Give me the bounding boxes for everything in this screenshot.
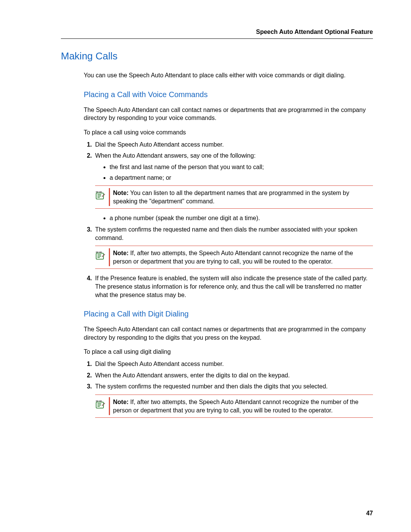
- heading-making-calls: Making Calls: [61, 50, 373, 62]
- digit-step-3-text: The system confirms the requested number…: [95, 383, 328, 390]
- note-box-department: Note: You can listen to all the departme…: [95, 185, 373, 209]
- note-icon: [95, 399, 106, 409]
- note-department-text: Note: You can listen to all the departme…: [113, 188, 373, 206]
- voice-step-2-bullet-1: the first and last name of the person th…: [110, 163, 373, 171]
- digit-task-intro: To place a call using digit dialing: [84, 348, 373, 355]
- note-operator-digit-text: Note: If, after two attempts, the Speech…: [113, 397, 373, 415]
- voice-step-2: When the Auto Attendant answers, say one…: [94, 152, 373, 222]
- digit-paragraph: The Speech Auto Attendant can call conta…: [84, 325, 373, 342]
- note-box-operator-digit: Note: If, after two attempts, the Speech…: [95, 395, 373, 418]
- digit-step-3: The system confirms the requested number…: [94, 382, 373, 418]
- svg-rect-6: [96, 252, 99, 252]
- voice-step-3-text: The system confirms the requested name a…: [95, 226, 357, 241]
- voice-steps-list: Dial the Speech Auto Attendant access nu…: [84, 141, 373, 299]
- note-left-bar: [109, 188, 110, 206]
- page: Speech Auto Attendant Optional Feature M…: [0, 0, 411, 532]
- voice-task-intro: To place a call using voice commands: [84, 129, 373, 136]
- voice-step-2-text: When the Auto Attendant answers, say one…: [95, 152, 256, 159]
- note-operator-voice-text: Note: If, after two attempts, the Speech…: [113, 248, 373, 266]
- voice-step-2-bullet-2: a department name; or: [110, 174, 373, 182]
- digit-steps-list: Dial the Speech Auto Attendant access nu…: [84, 360, 373, 418]
- svg-rect-13: [99, 401, 102, 401]
- page-number: 47: [366, 510, 373, 517]
- voice-step-4: If the Presence feature is enabled, the …: [94, 274, 373, 299]
- voice-step-3: The system confirms the requested name a…: [94, 225, 373, 269]
- running-header: Speech Auto Attendant Optional Feature: [61, 29, 373, 39]
- intro-paragraph: You can use the Speech Auto Attendant to…: [84, 71, 373, 80]
- heading-digit-dialing: Placing a Call with Digit Dialing: [84, 310, 373, 318]
- note-icon: [95, 190, 106, 200]
- heading-voice-commands: Placing a Call with Voice Commands: [84, 90, 373, 99]
- svg-rect-12: [96, 401, 99, 401]
- svg-rect-1: [99, 192, 102, 192]
- note-icon: [95, 250, 106, 260]
- note-label: Note:: [113, 399, 129, 405]
- note-box-operator-voice: Note: If, after two attempts, the Speech…: [95, 246, 373, 269]
- voice-step-2-sublist-cont: a phone number (speak the number one dig…: [103, 214, 373, 222]
- note-body: You can listen to all the department nam…: [113, 190, 349, 204]
- svg-rect-7: [99, 252, 102, 252]
- note-body: If, after two attempts, the Speech Auto …: [113, 399, 358, 414]
- svg-rect-0: [96, 192, 99, 192]
- voice-step-2-sublist: the first and last name of the person th…: [103, 163, 373, 182]
- digit-step-2: When the Auto Attendant answers, enter t…: [94, 371, 373, 380]
- note-label: Note:: [113, 190, 129, 196]
- note-left-bar: [109, 397, 110, 415]
- digit-step-1: Dial the Speech Auto Attendant access nu…: [94, 360, 373, 368]
- voice-step-1: Dial the Speech Auto Attendant access nu…: [94, 141, 373, 149]
- note-body: If, after two attempts, the Speech Auto …: [113, 250, 353, 265]
- voice-paragraph: The Speech Auto Attendant can call conta…: [84, 106, 373, 122]
- note-label: Note:: [113, 250, 129, 256]
- voice-step-2-bullet-3: a phone number (speak the number one dig…: [110, 214, 373, 222]
- note-left-bar: [109, 248, 110, 266]
